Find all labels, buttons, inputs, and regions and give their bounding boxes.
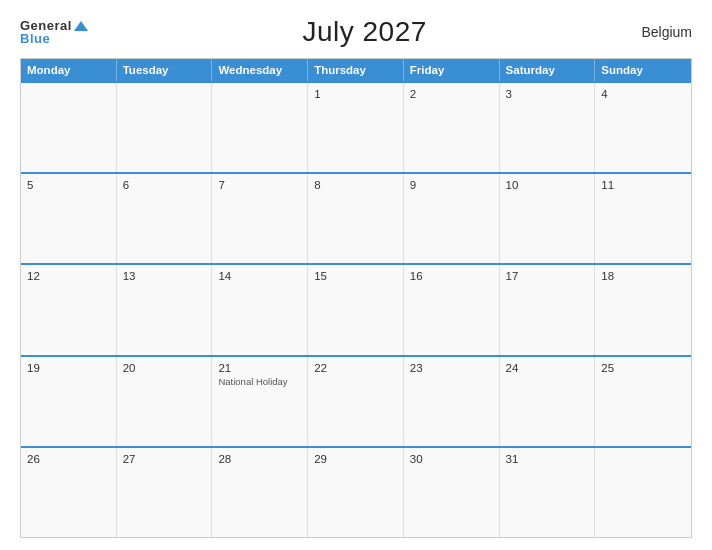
cell-w4-sun: 25 <box>595 357 691 446</box>
cell-w1-wed <box>212 83 308 172</box>
cell-w2-thu: 8 <box>308 174 404 263</box>
logo-flag-icon <box>74 21 88 31</box>
week-5: 26 27 28 29 30 31 <box>21 446 691 537</box>
cell-w5-tue: 27 <box>117 448 213 537</box>
cell-w4-sat: 24 <box>500 357 596 446</box>
cell-w3-thu: 15 <box>308 265 404 354</box>
header-friday: Friday <box>404 59 500 81</box>
header-thursday: Thursday <box>308 59 404 81</box>
header-sunday: Sunday <box>595 59 691 81</box>
cell-w4-tue: 20 <box>117 357 213 446</box>
cell-w1-fri: 2 <box>404 83 500 172</box>
logo-blue-text: Blue <box>20 32 88 45</box>
header-saturday: Saturday <box>500 59 596 81</box>
logo: General Blue <box>20 19 88 45</box>
cell-w2-sat: 10 <box>500 174 596 263</box>
cell-w2-sun: 11 <box>595 174 691 263</box>
national-holiday-label: National Holiday <box>218 376 301 387</box>
cell-w3-tue: 13 <box>117 265 213 354</box>
header-monday: Monday <box>21 59 117 81</box>
cell-w5-fri: 30 <box>404 448 500 537</box>
cell-w4-fri: 23 <box>404 357 500 446</box>
week-3: 12 13 14 15 16 17 18 <box>21 263 691 354</box>
cell-w5-wed: 28 <box>212 448 308 537</box>
calendar: Monday Tuesday Wednesday Thursday Friday… <box>20 58 692 538</box>
cell-w3-sat: 17 <box>500 265 596 354</box>
svg-marker-0 <box>74 21 88 31</box>
week-2: 5 6 7 8 9 10 11 <box>21 172 691 263</box>
calendar-body: 1 2 3 4 5 6 7 8 9 10 11 12 13 14 15 <box>21 81 691 537</box>
cell-w1-sun: 4 <box>595 83 691 172</box>
cell-w4-thu: 22 <box>308 357 404 446</box>
calendar-header: Monday Tuesday Wednesday Thursday Friday… <box>21 59 691 81</box>
week-4: 19 20 21 National Holiday 22 23 24 25 <box>21 355 691 446</box>
cell-w1-thu: 1 <box>308 83 404 172</box>
cell-w1-tue <box>117 83 213 172</box>
cell-w4-wed: 21 National Holiday <box>212 357 308 446</box>
cell-w4-mon: 19 <box>21 357 117 446</box>
cell-w5-thu: 29 <box>308 448 404 537</box>
country-label: Belgium <box>641 24 692 40</box>
cell-w5-mon: 26 <box>21 448 117 537</box>
cell-w5-sun <box>595 448 691 537</box>
cell-w1-sat: 3 <box>500 83 596 172</box>
cell-w3-fri: 16 <box>404 265 500 354</box>
cell-w2-tue: 6 <box>117 174 213 263</box>
calendar-title: July 2027 <box>302 16 426 48</box>
cell-w2-mon: 5 <box>21 174 117 263</box>
cell-w1-mon <box>21 83 117 172</box>
cell-w2-fri: 9 <box>404 174 500 263</box>
cell-w3-wed: 14 <box>212 265 308 354</box>
cell-w3-mon: 12 <box>21 265 117 354</box>
cell-w5-sat: 31 <box>500 448 596 537</box>
cell-w2-wed: 7 <box>212 174 308 263</box>
page-header: General Blue July 2027 Belgium <box>20 16 692 48</box>
cell-w3-sun: 18 <box>595 265 691 354</box>
week-1: 1 2 3 4 <box>21 81 691 172</box>
header-wednesday: Wednesday <box>212 59 308 81</box>
header-tuesday: Tuesday <box>117 59 213 81</box>
